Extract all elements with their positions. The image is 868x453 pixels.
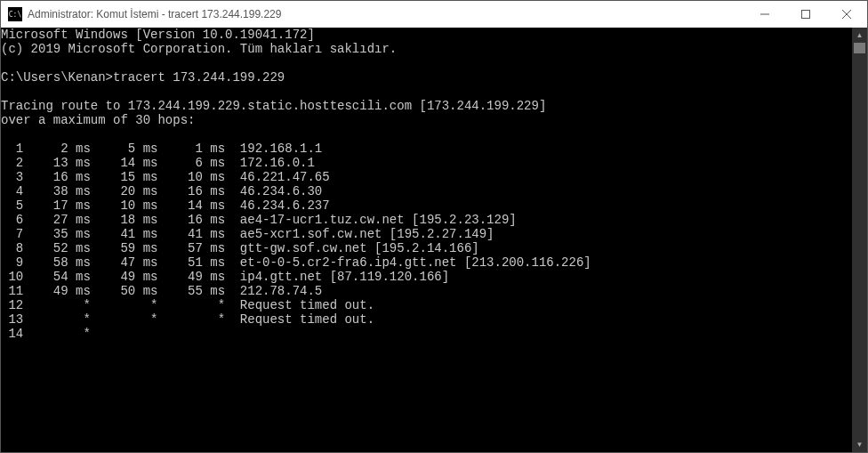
svg-rect-1	[802, 11, 810, 19]
client-area: Microsoft Windows [Version 10.0.19041.17…	[1, 28, 867, 452]
window-frame: C:\ Administrator: Komut İstemi - tracer…	[0, 0, 868, 453]
minimize-icon	[760, 10, 769, 19]
console-output[interactable]: Microsoft Windows [Version 10.0.19041.17…	[1, 28, 852, 452]
window-title: Administrator: Komut İstemi - tracert 17…	[28, 8, 281, 20]
close-icon	[842, 10, 851, 19]
scroll-thumb[interactable]	[854, 43, 865, 53]
maximize-button[interactable]	[785, 1, 826, 28]
minimize-button[interactable]	[744, 1, 785, 28]
titlebar[interactable]: C:\ Administrator: Komut İstemi - tracer…	[1, 1, 867, 28]
vertical-scrollbar[interactable]: ▲ ▼	[852, 28, 867, 452]
cmd-icon: C:\	[8, 7, 22, 21]
scroll-up-arrow-icon[interactable]: ▲	[852, 28, 867, 43]
close-button[interactable]	[826, 1, 867, 28]
maximize-icon	[801, 10, 810, 19]
cmd-icon-text: C:\	[9, 11, 21, 19]
svg-line-2	[842, 10, 851, 19]
scroll-down-arrow-icon[interactable]: ▼	[852, 437, 867, 452]
svg-line-3	[842, 10, 851, 19]
